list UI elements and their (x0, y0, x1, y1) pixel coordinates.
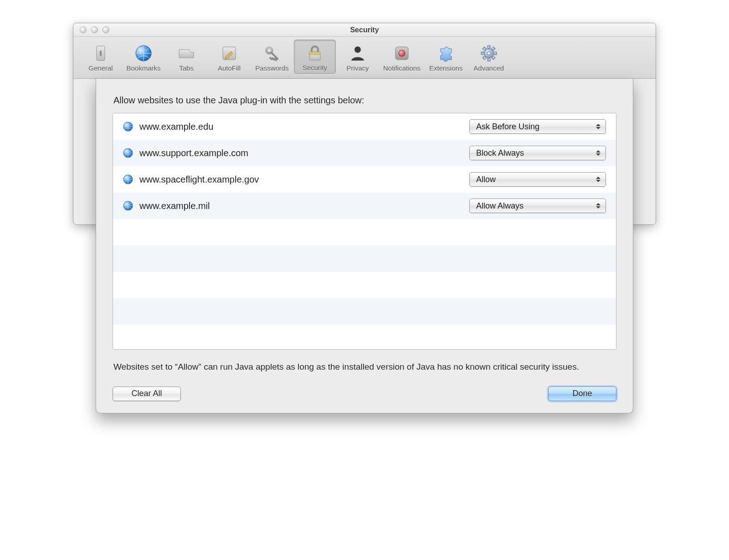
toolbar-tab-label: Tabs (179, 64, 194, 72)
website-row[interactable]: www.spaceflight.example.govAllow (113, 166, 616, 193)
toolbar-tab-notifications[interactable]: Notifications (380, 40, 424, 74)
titlebar: Security (73, 23, 656, 37)
chevron-updown-icon (596, 177, 601, 182)
svg-rect-16 (481, 52, 484, 55)
preferences-toolbar: GeneralBookmarksTabsAutoFillPasswordsSec… (73, 37, 656, 79)
clear-all-button[interactable]: Clear All (113, 387, 181, 401)
toolbar-tab-label: Extensions (429, 64, 462, 72)
permission-dropdown[interactable]: Allow Always (469, 199, 606, 213)
permission-value: Block Always (476, 148, 524, 158)
toolbar-tab-advanced[interactable]: Advanced (468, 40, 510, 74)
toolbar-tab-label: Advanced (473, 64, 504, 72)
toolbar-tab-privacy[interactable]: Privacy (337, 40, 379, 74)
svg-rect-18 (488, 46, 490, 48)
switch-icon (91, 43, 111, 63)
record-icon (392, 43, 412, 63)
puzzle-icon (436, 43, 456, 63)
svg-point-20 (487, 51, 491, 55)
permission-value: Allow (476, 175, 496, 184)
toolbar-tab-autofill[interactable]: AutoFill (208, 40, 250, 74)
java-plugin-sheet: Allow websites to use the Java plug-in w… (96, 79, 633, 413)
website-row-empty (113, 219, 616, 245)
website-row[interactable]: www.example.milAllow Always (113, 193, 616, 219)
key-icon (262, 43, 282, 63)
window-title: Security (73, 26, 656, 34)
toolbar-tab-extensions[interactable]: Extensions (425, 40, 467, 74)
chevron-updown-icon (596, 124, 601, 129)
toolbar-tab-label: General (88, 64, 113, 72)
preferences-window: Security GeneralBookmarksTabsAutoFillPas… (73, 23, 656, 225)
toolbar-tab-label: Privacy (346, 64, 369, 72)
website-domain: www.example.mil (139, 201, 469, 211)
done-button[interactable]: Done (548, 387, 616, 401)
svg-rect-14 (488, 58, 490, 61)
toolbar-tab-bookmarks[interactable]: Bookmarks (123, 40, 164, 74)
permission-dropdown[interactable]: Allow (469, 172, 606, 187)
svg-point-8 (354, 46, 361, 53)
permission-dropdown[interactable]: Ask Before Using (469, 119, 606, 134)
website-row[interactable]: www.support.example.comBlock Always (113, 140, 616, 166)
tab-icon (176, 43, 196, 63)
globe-icon (123, 201, 133, 211)
sheet-footer-text: Websites set to “Allow” can run Java app… (113, 361, 616, 374)
lock-icon (305, 43, 325, 63)
sheet-button-bar: Clear All Done (113, 387, 616, 401)
toolbar-tab-passwords[interactable]: Passwords (251, 40, 293, 74)
svg-point-5 (268, 49, 271, 52)
toolbar-tab-label: Bookmarks (126, 64, 160, 72)
website-row-empty (113, 298, 616, 325)
website-row[interactable]: www.example.eduAsk Before Using (113, 113, 616, 140)
pencil-icon (219, 43, 239, 63)
website-row-empty (113, 325, 616, 350)
website-row-empty (113, 272, 616, 298)
gear-icon (479, 43, 499, 63)
chevron-updown-icon (596, 150, 601, 156)
sheet-heading: Allow websites to use the Java plug-in w… (113, 95, 616, 106)
svg-rect-1 (100, 51, 102, 56)
website-domain: www.support.example.com (139, 148, 469, 158)
permission-value: Ask Before Using (476, 122, 539, 132)
person-icon (348, 43, 368, 63)
globe-icon (123, 122, 133, 132)
permission-value: Allow Always (476, 201, 524, 211)
globe-icon (123, 174, 133, 184)
permission-dropdown[interactable]: Block Always (469, 146, 606, 160)
chevron-updown-icon (596, 203, 601, 209)
toolbar-tab-label: Passwords (255, 64, 288, 72)
toolbar-tab-security[interactable]: Security (294, 40, 336, 74)
svg-point-10 (399, 50, 405, 56)
toolbar-tab-tabs[interactable]: Tabs (165, 40, 207, 74)
toolbar-tab-label: AutoFill (218, 64, 241, 72)
toolbar-tab-label: Security (303, 64, 327, 71)
svg-rect-7 (309, 52, 320, 55)
website-row-empty (113, 245, 616, 272)
globe-icon (133, 43, 154, 63)
toolbar-tab-label: Notifications (383, 64, 421, 72)
website-list: www.example.eduAsk Before Usingwww.suppo… (113, 113, 616, 350)
toolbar-tab-general[interactable]: General (80, 40, 122, 74)
website-domain: www.example.edu (139, 122, 469, 132)
website-domain: www.spaceflight.example.gov (139, 174, 469, 185)
preferences-body: Allow websites to use the Java plug-in w… (73, 79, 656, 224)
svg-rect-12 (494, 52, 497, 55)
globe-icon (123, 148, 133, 158)
